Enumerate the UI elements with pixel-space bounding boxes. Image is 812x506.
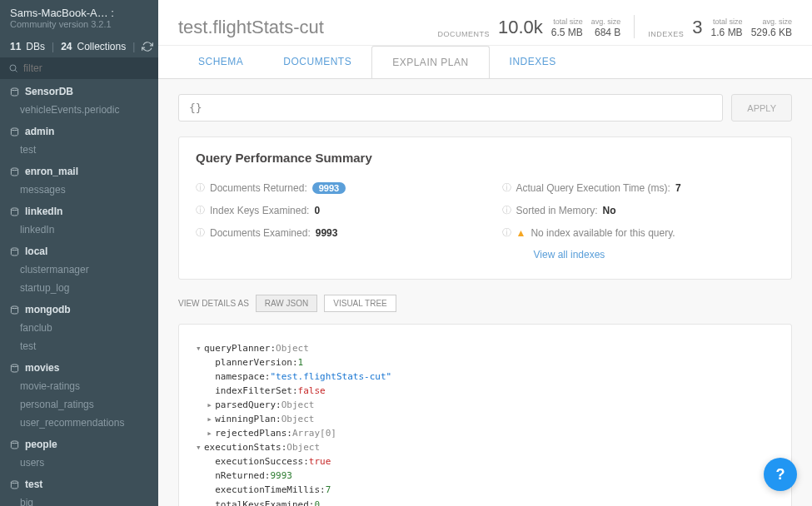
info-icon: ⓘ [502, 181, 511, 194]
db-header-SensorDB[interactable]: SensorDB [0, 79, 158, 101]
collection-item[interactable]: startup_log [0, 279, 158, 297]
tabs: SCHEMA DOCUMENTS EXPLAIN PLAN INDEXES [158, 46, 812, 78]
json-line[interactable]: ▸winningPlan:Object [196, 412, 775, 426]
collection-item[interactable]: big [0, 494, 158, 506]
avg-size-stat: avg. size 684 B [591, 17, 621, 38]
json-line[interactable]: ▸rejectedPlans:Array[0] [196, 426, 775, 440]
database-icon [10, 364, 20, 373]
database-icon [10, 480, 20, 489]
json-line: plannerVersion:1 [196, 355, 775, 370]
query-bar: {} APPLY [178, 94, 792, 122]
svg-point-0 [10, 65, 16, 71]
json-line: namespace:"test.flightStats-cut" [196, 370, 775, 384]
indexes-stat: INDEXES [648, 30, 684, 38]
refresh-icon[interactable] [142, 41, 153, 52]
tab-indexes[interactable]: INDEXES [490, 46, 576, 78]
view-indexes-link[interactable]: View all indexes [534, 249, 605, 260]
divider [634, 15, 635, 38]
collection-item[interactable]: users [0, 454, 158, 472]
view-details-label: VIEW DETAILS AS [178, 299, 249, 308]
idx-total-size-stat: total size 1.6 MB [711, 17, 743, 38]
db-count: 11 [10, 41, 21, 52]
indexes-count: 3 [692, 17, 702, 38]
apply-button[interactable]: APPLY [731, 94, 792, 122]
json-line[interactable]: ▾executionStats:Object [196, 440, 775, 454]
exec-time-row: ⓘ Actual Query Execution Time (ms): 7 [502, 176, 775, 199]
database-icon [10, 247, 20, 256]
collection-item[interactable]: vehicleEvents.periodic [0, 101, 158, 119]
collection-item[interactable]: linkedIn [0, 221, 158, 239]
help-button[interactable]: ? [764, 458, 797, 491]
docs-returned-badge: 9993 [312, 182, 346, 194]
docs-examined-row: ⓘ Documents Examined: 9993 [196, 221, 469, 244]
collection-item[interactable]: test [0, 141, 158, 159]
svg-point-9 [11, 440, 17, 443]
database-icon [10, 305, 20, 315]
tab-schema[interactable]: SCHEMA [178, 46, 263, 78]
svg-point-3 [11, 127, 17, 130]
documents-stat: DOCUMENTS [437, 30, 490, 38]
collection-item[interactable]: test [0, 337, 158, 355]
collection-item[interactable]: user_recommendations [0, 414, 158, 432]
version-label: Community version 3.2.1 [10, 19, 148, 29]
database-icon [10, 440, 20, 449]
collection-item[interactable]: fanclub [0, 319, 158, 337]
separator: | [132, 41, 135, 52]
db-header-mongodb[interactable]: mongodb [0, 297, 158, 319]
documents-count: 10.0k [498, 17, 543, 38]
filter-input[interactable] [23, 62, 150, 74]
host-name: Sams-MacBook-A… : [10, 7, 148, 19]
svg-point-10 [11, 480, 17, 483]
raw-json-button[interactable]: RAW JSON [256, 295, 317, 312]
json-line: executionSuccess:true [196, 454, 775, 469]
content-area: {} APPLY Query Performance Summary ⓘ Doc… [158, 78, 812, 506]
tab-explain-plan[interactable]: EXPLAIN PLAN [371, 46, 489, 79]
collection-item[interactable]: personal_ratings [0, 395, 158, 414]
svg-point-2 [11, 87, 17, 90]
info-icon: ⓘ [502, 204, 511, 216]
view-details-toggle: VIEW DETAILS AS RAW JSON VISUAL TREE [178, 295, 792, 312]
header-stats: DOCUMENTS 10.0k total size 6.5 MB avg. s… [437, 15, 792, 38]
warning-icon: ▲ [516, 227, 526, 239]
database-icon [10, 87, 20, 97]
summary-title: Query Performance Summary [196, 151, 775, 165]
db-header-movies[interactable]: movies [0, 355, 158, 377]
json-line: totalKeysExamined:0 [196, 498, 775, 506]
info-icon: ⓘ [196, 204, 205, 216]
db-header-people[interactable]: people [0, 432, 158, 454]
tab-documents[interactable]: DOCUMENTS [263, 46, 371, 78]
info-icon: ⓘ [196, 181, 205, 194]
idx-avg-size-stat: avg. size 529.6 KB [751, 17, 792, 38]
info-icon: ⓘ [196, 226, 205, 239]
db-header-test[interactable]: test [0, 472, 158, 494]
sidebar-filter[interactable] [0, 57, 158, 79]
coll-count: 24 [61, 41, 72, 52]
json-line[interactable]: ▾queryPlanner:Object [196, 341, 775, 355]
collection-item[interactable]: messages [0, 181, 158, 199]
json-line: indexFilterSet:false [196, 384, 775, 398]
docs-returned-row: ⓘ Documents Returned: 9993 [196, 176, 469, 199]
collection-item[interactable]: clustermanager [0, 260, 158, 279]
svg-line-1 [15, 70, 17, 72]
collection-item[interactable]: movie-ratings [0, 377, 158, 395]
namespace-title: test.flightStats-cut [178, 17, 324, 38]
db-header-admin[interactable]: admin [0, 119, 158, 141]
svg-point-6 [11, 247, 17, 250]
json-line: nReturned:9993 [196, 469, 775, 483]
visual-tree-button[interactable]: VISUAL TREE [324, 295, 396, 312]
json-viewer: ▾queryPlanner:Object plannerVersion:1 na… [178, 324, 792, 506]
svg-point-7 [11, 305, 17, 308]
search-icon [8, 63, 18, 73]
documents-label: DOCUMENTS [437, 30, 490, 38]
query-input[interactable]: {} [178, 94, 723, 122]
database-icon [10, 207, 20, 216]
json-line[interactable]: ▸parsedQuery:Object [196, 398, 775, 412]
view-indexes-row: View all indexes [502, 244, 775, 265]
db-header-enron_mail[interactable]: enron_mail [0, 159, 158, 181]
sorted-mem-row: ⓘ Sorted in Memory: No [502, 199, 775, 221]
svg-point-4 [11, 167, 17, 170]
sidebar-header: Sams-MacBook-A… : Community version 3.2.… [0, 0, 158, 36]
topbar: test.flightStats-cut DOCUMENTS 10.0k tot… [158, 0, 812, 46]
db-header-local[interactable]: local [0, 239, 158, 260]
db-header-linkedIn[interactable]: linkedIn [0, 199, 158, 221]
